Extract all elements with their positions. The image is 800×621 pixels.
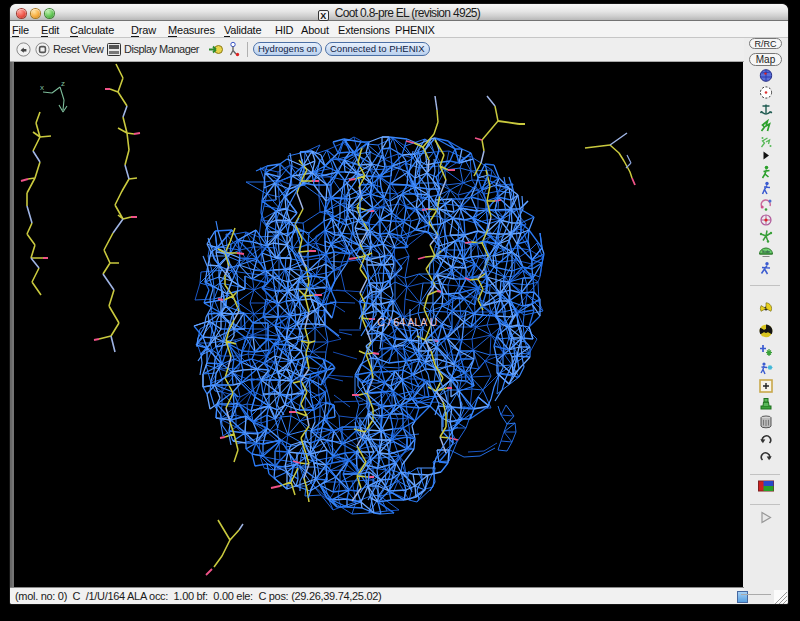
svg-text:C / 64 ALA U: C / 64 ALA U [377,316,437,328]
svg-text:x: x [40,83,44,92]
svg-text:Side: Side [762,249,771,254]
svg-text:z: z [61,79,65,88]
